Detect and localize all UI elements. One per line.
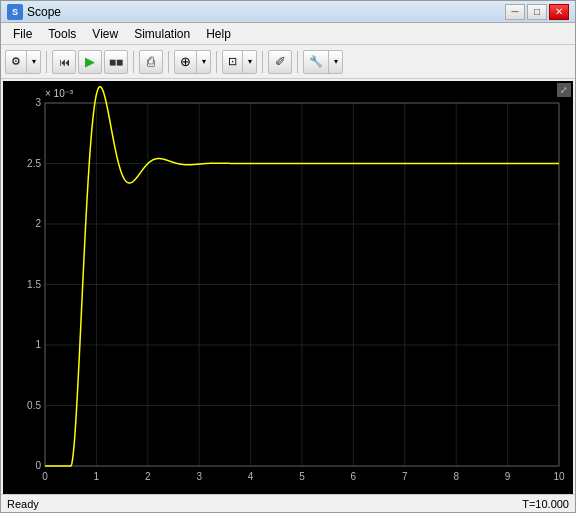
tool2-icon: 🔧 xyxy=(304,55,328,68)
tool2-arrow[interactable]: ▾ xyxy=(328,51,342,73)
settings-dropdown-arrow[interactable]: ▾ xyxy=(26,51,40,73)
menu-file[interactable]: File xyxy=(5,25,40,43)
separator-1 xyxy=(46,51,47,73)
separator-3 xyxy=(168,51,169,73)
stop-button[interactable]: ◼◼ xyxy=(104,50,128,74)
tool1-button[interactable]: ✐ xyxy=(268,50,292,74)
zoom-box-arrow[interactable]: ▾ xyxy=(242,51,256,73)
minimize-button[interactable]: ─ xyxy=(505,4,525,20)
status-ready: Ready xyxy=(7,498,39,510)
menu-simulation[interactable]: Simulation xyxy=(126,25,198,43)
settings-dropdown[interactable]: ⚙ ▾ xyxy=(5,50,41,74)
separator-6 xyxy=(297,51,298,73)
menu-tools[interactable]: Tools xyxy=(40,25,84,43)
rewind-button[interactable]: ⏮ xyxy=(52,50,76,74)
toolbar: ⚙ ▾ ⏮ ▶ ◼◼ ⎙ ⊕ ▾ ⊡ ▾ ✐ 🔧 ▾ xyxy=(1,45,575,79)
zoom-in-icon: ⊕ xyxy=(175,54,196,69)
title-bar: S Scope ─ □ ✕ xyxy=(1,1,575,23)
menu-view[interactable]: View xyxy=(84,25,126,43)
window-title: Scope xyxy=(27,5,505,19)
zoom-in-dropdown[interactable]: ⊕ ▾ xyxy=(174,50,211,74)
settings-icon: ⚙ xyxy=(6,55,26,68)
close-button[interactable]: ✕ xyxy=(549,4,569,20)
expand-button[interactable]: ⤢ xyxy=(557,83,571,97)
separator-2 xyxy=(133,51,134,73)
app-icon: S xyxy=(7,4,23,20)
play-button[interactable]: ▶ xyxy=(78,50,102,74)
statusbar: Ready T=10.000 xyxy=(1,494,575,512)
main-window: S Scope ─ □ ✕ File Tools View Simulation… xyxy=(0,0,576,513)
restore-button[interactable]: □ xyxy=(527,4,547,20)
tool2-dropdown[interactable]: 🔧 ▾ xyxy=(303,50,343,74)
window-controls: ─ □ ✕ xyxy=(505,4,569,20)
menubar: File Tools View Simulation Help xyxy=(1,23,575,45)
zoom-box-dropdown[interactable]: ⊡ ▾ xyxy=(222,50,257,74)
scope-canvas xyxy=(3,81,573,494)
menu-help[interactable]: Help xyxy=(198,25,239,43)
print-button[interactable]: ⎙ xyxy=(139,50,163,74)
plot-area: ⤢ xyxy=(3,81,573,494)
separator-4 xyxy=(216,51,217,73)
zoom-in-arrow[interactable]: ▾ xyxy=(196,51,210,73)
status-time: T=10.000 xyxy=(522,498,569,510)
zoom-box-icon: ⊡ xyxy=(223,55,242,68)
separator-5 xyxy=(262,51,263,73)
